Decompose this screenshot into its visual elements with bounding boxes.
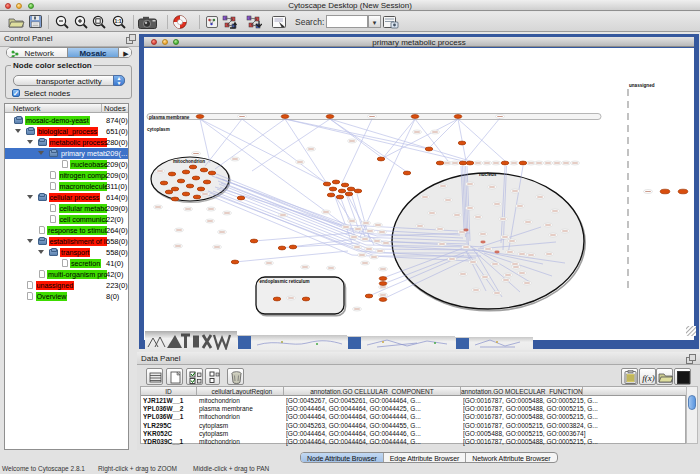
svg-text:plasma membrane: plasma membrane (149, 114, 190, 119)
svg-text:mitochondrion: mitochondrion (173, 159, 205, 164)
svg-text:cytoplasm: cytoplasm (147, 127, 170, 132)
svg-text:1:1: 1:1 (114, 18, 121, 24)
svg-text:f(x): f(x) (642, 373, 655, 383)
svg-text:unassigned: unassigned (629, 83, 655, 88)
svg-text:nucleus: nucleus (479, 172, 497, 177)
svg-text:endoplasmic reticulum: endoplasmic reticulum (260, 279, 310, 284)
